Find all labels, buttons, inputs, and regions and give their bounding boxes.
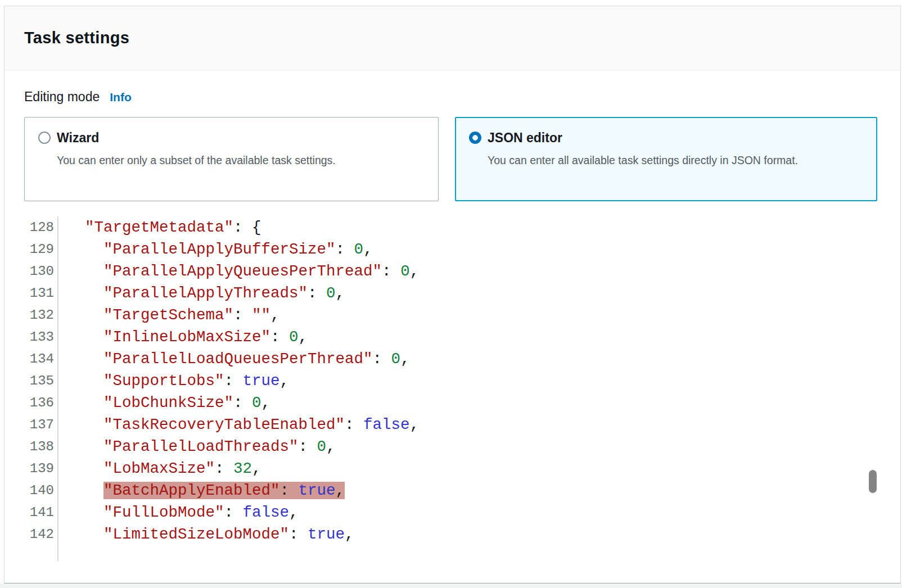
code-line: 133 "InlineLobMaxSize": 0, [4,326,900,348]
line-number: 141 [4,501,54,523]
code-line: 136 "LobChunkSize": 0, [4,392,900,414]
line-number: 128 [4,216,54,238]
json-code-editor[interactable]: 128 "TargetMetadata": {129 "ParallelAppl… [4,216,900,561]
code-line-content[interactable]: "ParallelApplyBufferSize": 0, [57,238,900,260]
task-settings-panel: Task settings Editing mode Info Wizard Y… [4,6,901,584]
code-line: 131 "ParallelApplyThreads": 0, [4,282,900,304]
code-line-content[interactable]: "LobMaxSize": 32, [57,458,900,480]
editing-mode-label: Editing mode [24,89,100,105]
code-line-content[interactable]: "ParallelLoadThreads": 0, [57,436,900,458]
panel-content: Editing mode Info Wizard You can enter o… [4,89,900,201]
code-line: 134 "ParallelLoadQueuesPerThread": 0, [4,348,900,370]
code-line: 135 "SupportLobs": true, [4,370,900,392]
panel-header: Task settings [4,6,900,70]
wizard-radio-icon[interactable] [38,132,51,144]
line-number: 135 [4,370,54,392]
code-line-content[interactable]: "FullLobMode": false, [57,501,900,523]
code-line-content[interactable]: "TargetSchema": "", [57,304,900,326]
code-line-content[interactable]: "ParallelApplyQueuesPerThread": 0, [57,260,900,282]
code-line: 142 "LimitedSizeLobMode": true, [4,523,900,545]
wizard-option-label: Wizard [57,129,336,146]
code-line: 140 "BatchApplyEnabled": true, [4,480,900,501]
json-editor-option-description: You can enter all available task setting… [488,150,798,171]
page-title: Task settings [24,29,129,47]
code-line-content[interactable]: "TaskRecoveryTableEnabled": false, [57,414,900,436]
line-number: 130 [4,260,54,282]
line-number: 132 [4,304,54,326]
code-line-content[interactable]: "TargetMetadata": { [57,216,900,238]
line-number: 138 [4,436,54,458]
highlighted-code: "BatchApplyEnabled": true, [103,482,345,499]
line-number: 133 [4,326,54,348]
line-number: 140 [4,480,54,501]
code-line: 128 "TargetMetadata": { [4,216,900,238]
line-number: 136 [4,392,54,414]
code-line-content[interactable]: "LimitedSizeLobMode": true, [57,523,900,545]
code-line: 139 "LobMaxSize": 32, [4,458,900,480]
wizard-option-description: You can enter only a subset of the avail… [57,150,336,171]
line-number: 139 [4,458,54,480]
code-line: 138 "ParallelLoadThreads": 0, [4,436,900,458]
gutter-spacer [4,545,900,561]
editor-scrollbar-thumb[interactable] [869,470,877,493]
editing-mode-row: Editing mode Info [24,89,881,105]
code-line: 130 "ParallelApplyQueuesPerThread": 0, [4,260,900,282]
option-card-wizard[interactable]: Wizard You can enter only a subset of th… [24,117,439,201]
line-number: 131 [4,282,54,304]
code-line: 129 "ParallelApplyBufferSize": 0, [4,238,900,260]
code-line-content[interactable]: "ParallelApplyThreads": 0, [57,282,900,304]
line-number: 142 [4,523,54,545]
line-number: 137 [4,414,54,436]
code-line-content[interactable]: "ParallelLoadQueuesPerThread": 0, [57,348,900,370]
code-line-content[interactable]: "SupportLobs": true, [57,370,900,392]
code-line: 137 "TaskRecoveryTableEnabled": false, [4,414,900,436]
json-editor-option-label: JSON editor [488,129,798,146]
info-link[interactable]: Info [110,91,131,104]
editing-mode-options: Wizard You can enter only a subset of th… [24,117,881,201]
code-line-content[interactable]: "LobChunkSize": 0, [57,392,900,414]
page-background-strip [0,584,902,588]
code-line: 132 "TargetSchema": "", [4,304,900,326]
code-line-content[interactable]: "InlineLobMaxSize": 0, [57,326,900,348]
json-editor-radio-icon[interactable] [469,132,481,144]
option-card-json-editor[interactable]: JSON editor You can enter all available … [455,117,877,201]
line-number: 129 [4,238,54,260]
line-number: 134 [4,348,54,370]
code-line-content[interactable]: "BatchApplyEnabled": true, [57,480,900,501]
code-line: 141 "FullLobMode": false, [4,501,900,523]
